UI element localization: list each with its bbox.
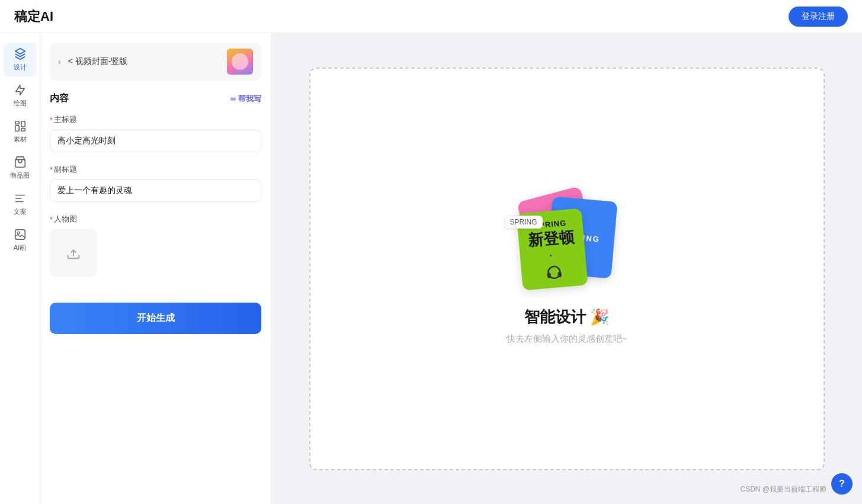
design-icon — [14, 47, 27, 60]
svg-rect-8 — [547, 272, 551, 277]
sidebar-item-material[interactable]: 素材 — [4, 115, 37, 149]
upload-icon — [65, 245, 82, 261]
template-thumbnail — [227, 49, 253, 75]
svg-rect-4 — [15, 159, 25, 167]
smart-design-title: 智能设计 🎉 — [524, 307, 609, 328]
main-title-group: * 主标题 — [50, 114, 261, 152]
sidebar: 设计 绘图 素材 — [0, 33, 40, 504]
template-name: < 视频封面-竖版 — [68, 56, 128, 67]
chevron-left-icon: ‹ — [58, 57, 61, 66]
generate-button[interactable]: 开始生成 — [50, 303, 261, 334]
canvas-container: SPRING SPRING SPRING 新登顿 。 — [309, 68, 825, 470]
subtitle-input[interactable] — [50, 179, 261, 202]
template-selector[interactable]: ‹ < 视频封面-竖版 — [50, 43, 261, 81]
spring-label-badge: SPRING — [505, 216, 543, 229]
headphone-icon — [541, 260, 566, 285]
ai-image-icon — [14, 228, 27, 241]
material-icon — [14, 120, 27, 133]
sidebar-item-draw[interactable]: 绘图 — [4, 79, 37, 113]
help-write-button[interactable]: ∞ 帮我写 — [230, 94, 261, 104]
sidebar-item-text-label: 文案 — [14, 207, 27, 216]
logo: 稿定AI — [14, 8, 53, 25]
footer-watermark: CSDN @我要当前端工程师 — [740, 484, 826, 495]
text-icon — [14, 192, 27, 205]
sidebar-item-product[interactable]: 商品图 — [4, 151, 37, 185]
sidebar-item-ai-image[interactable]: AI画 — [4, 223, 37, 257]
panel: ‹ < 视频封面-竖版 内容 ∞ 帮我写 * 主标题 — [40, 33, 271, 504]
sidebar-item-material-label: 素材 — [14, 135, 27, 144]
svg-rect-0 — [15, 121, 18, 124]
canvas-area: SPRING SPRING SPRING 新登顿 。 — [271, 33, 862, 504]
portrait-upload[interactable] — [50, 229, 97, 277]
header: 稿定AI 登录注册 — [0, 0, 862, 33]
svg-point-6 — [17, 232, 20, 234]
product-icon — [14, 156, 27, 169]
subtitle-group: * 副标题 — [50, 164, 261, 202]
sidebar-item-product-label: 商品图 — [10, 171, 30, 180]
svg-rect-1 — [15, 126, 18, 131]
sidebar-item-ai-image-label: AI画 — [14, 243, 26, 252]
main-layout: 设计 绘图 素材 — [0, 0, 862, 504]
svg-rect-5 — [15, 230, 25, 240]
sidebar-item-design[interactable]: 设计 — [4, 43, 37, 76]
main-title-input[interactable] — [50, 130, 261, 152]
smart-design-subtitle: 快去左侧输入你的灵感创意吧~ — [507, 333, 627, 345]
section-header: 内容 ∞ 帮我写 — [50, 92, 261, 105]
sidebar-item-text[interactable]: 文案 — [4, 187, 37, 221]
draw-icon — [14, 84, 27, 97]
subtitle-label: * 副标题 — [50, 164, 261, 175]
section-title-text: 内容 — [50, 92, 69, 105]
help-bubble[interactable]: ? — [831, 473, 853, 495]
spring-illustration: SPRING SPRING SPRING 新登顿 。 — [514, 193, 620, 288]
sidebar-item-draw-label: 绘图 — [14, 99, 27, 108]
svg-rect-2 — [21, 121, 24, 127]
portrait-label: * 人物图 — [50, 214, 261, 224]
svg-rect-3 — [21, 129, 24, 131]
sidebar-item-design-label: 设计 — [14, 63, 27, 72]
infinity-icon: ∞ — [230, 94, 236, 103]
portrait-group: * 人物图 — [50, 214, 261, 277]
main-title-label: * 主标题 — [50, 114, 261, 125]
login-button[interactable]: 登录注册 — [789, 7, 848, 27]
